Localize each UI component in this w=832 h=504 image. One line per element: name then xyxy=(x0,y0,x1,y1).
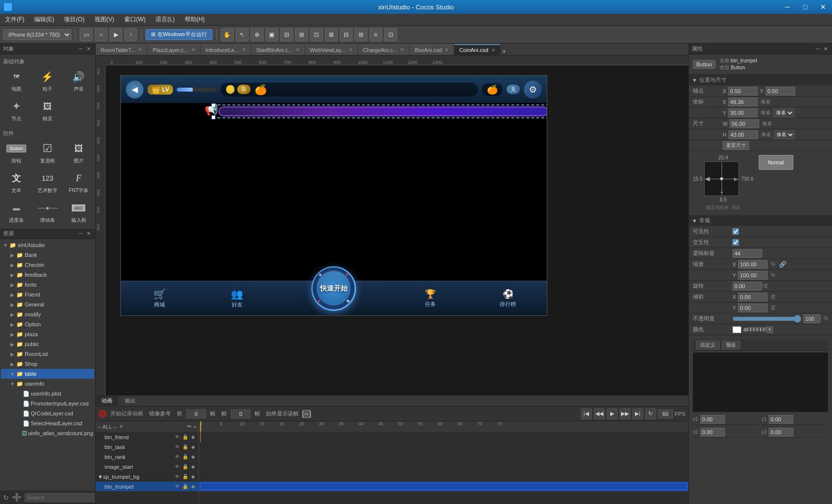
image-control[interactable]: 🖼 图片 xyxy=(64,139,93,166)
lock-icon[interactable]: 🔒 xyxy=(182,463,189,470)
tree-item-xinuistudio[interactable]: ▼ 📁 xinUIstudio xyxy=(1,240,94,250)
tree-item-friend[interactable]: ▶ 📁 Friend xyxy=(1,290,94,300)
keyframe-icon[interactable]: ◆ xyxy=(190,483,197,490)
x1-input[interactable] xyxy=(700,415,725,424)
tab-boxani[interactable]: BoxAni.csd ✕ xyxy=(410,44,454,55)
back-button[interactable]: ◀ xyxy=(126,81,144,99)
align8-button[interactable]: ⊡ xyxy=(384,28,397,41)
align2-button[interactable]: ⊞ xyxy=(295,28,308,41)
align3-button[interactable]: ⊡ xyxy=(310,28,323,41)
checkbox-control[interactable]: ☑ 复选框 xyxy=(33,139,62,166)
skew-x-input[interactable] xyxy=(738,293,768,302)
sprite-object[interactable]: 🖼 精灵 xyxy=(33,97,62,124)
rect-tool-button[interactable]: ▭ xyxy=(80,28,93,41)
play-button[interactable]: ▶ xyxy=(109,28,122,41)
anchor-tool-button[interactable]: ⊕ xyxy=(251,28,263,41)
tree-item-feedback[interactable]: ▶ 📁 feedback xyxy=(1,270,94,280)
x2-input[interactable] xyxy=(700,428,725,437)
anchor-y-input[interactable] xyxy=(766,87,795,96)
size-w-input[interactable] xyxy=(729,119,759,128)
align4-button[interactable]: ⊠ xyxy=(325,28,338,41)
layer-row-sp-trumpet[interactable]: ▼ sp_trumpet_bg 👁 🔒 ◆ xyxy=(96,472,199,482)
take-button[interactable]: 取 xyxy=(237,85,251,94)
menu-file[interactable]: 文件(F) xyxy=(0,14,29,25)
tab-close-icon[interactable]: ✕ xyxy=(491,48,495,53)
pos-unit-selector[interactable]: 像素 xyxy=(774,108,794,117)
opacity-input[interactable] xyxy=(803,314,821,323)
tree-item-plaza[interactable]: ▶ 📁 plaza xyxy=(1,329,94,339)
layer-row-btn-task[interactable]: btn_task 👁 🔒 ◆ xyxy=(96,442,199,452)
scale-x-input[interactable] xyxy=(738,260,768,269)
sound-object[interactable]: 🔊 声音 xyxy=(64,67,93,95)
layer-dropdown-icon[interactable]: ▾ xyxy=(120,423,123,430)
record-indicator[interactable] xyxy=(99,410,106,418)
tab-introducelayer[interactable]: IntroduceLa... ✕ xyxy=(201,44,251,55)
general-section-header[interactable]: ▼ 常规 xyxy=(689,215,832,226)
y2-input[interactable] xyxy=(769,428,793,437)
inputbox-control[interactable]: abc| 输入框 xyxy=(64,198,93,226)
refresh-icon[interactable]: ↻ xyxy=(3,494,9,502)
play-button[interactable]: ▶ xyxy=(607,408,618,419)
add-resource-icon[interactable]: ➕ xyxy=(12,493,22,502)
menu-help[interactable]: 帮助(H) xyxy=(180,14,210,25)
tree-item-general[interactable]: ▶ 📁 General xyxy=(1,300,94,309)
menu-edit[interactable]: 编辑(E) xyxy=(29,14,59,25)
visible-checkbox[interactable] xyxy=(732,228,739,235)
maximize-button[interactable]: □ xyxy=(796,0,814,14)
color-dropdown-icon[interactable]: ▾ xyxy=(766,326,773,333)
layer-row-image-start[interactable]: image_start 👁 🔒 ◆ xyxy=(96,462,199,472)
interactive-checkbox[interactable] xyxy=(732,239,739,246)
eye-icon[interactable]: 👁 xyxy=(174,483,181,490)
tab-close-icon[interactable]: ✕ xyxy=(242,47,246,52)
play-to-end-button[interactable]: ▶| xyxy=(632,408,643,419)
fps-value-input[interactable] xyxy=(658,409,673,418)
panel-close-icon[interactable]: ✕ xyxy=(85,46,92,52)
custom-button[interactable]: 自定义 xyxy=(696,341,720,350)
anchor-x-input[interactable] xyxy=(728,87,758,96)
tab-close-icon[interactable]: ✕ xyxy=(296,47,300,52)
menu-window[interactable]: 窗口(W) xyxy=(119,14,151,25)
tree-item-checkin[interactable]: ▶ 📁 Checkin xyxy=(1,260,94,270)
resource-minimize-icon[interactable]: ─ xyxy=(77,230,84,237)
tab-close-icon[interactable]: ✕ xyxy=(400,47,404,52)
tab-close-icon[interactable]: ✕ xyxy=(349,47,353,52)
tree-item-qrcode[interactable]: 📄 QrCodeLayer.csd xyxy=(1,408,94,418)
rotate-input[interactable] xyxy=(732,282,762,291)
reset-size-button[interactable]: 重置尺寸 xyxy=(723,141,749,150)
close-button[interactable]: ✕ xyxy=(814,0,832,14)
props-minimize-icon[interactable]: ─ xyxy=(814,46,821,52)
task-nav-button[interactable]: 🏆 任务 xyxy=(392,281,469,315)
panel-minimize-icon[interactable]: ─ xyxy=(77,46,84,52)
keyframe-icon[interactable]: ◆ xyxy=(190,454,197,460)
tab-chargeani[interactable]: ChargeAni.c... ✕ xyxy=(358,44,410,55)
eye-icon[interactable]: 👁 xyxy=(174,454,181,460)
keyframe-icon[interactable]: ◆ xyxy=(190,434,197,441)
size-h-input[interactable] xyxy=(728,130,758,139)
after-value-input[interactable] xyxy=(231,409,251,418)
layer-row-btn-trumpet[interactable]: btn_trumpet 👁 🔒 ◆ xyxy=(96,482,199,492)
before-value-input[interactable] xyxy=(186,409,206,418)
keyframe-icon[interactable]: ◆ xyxy=(190,473,197,480)
logic-tag-input[interactable] xyxy=(732,249,762,258)
pos-x-input[interactable] xyxy=(728,98,758,106)
menu-project[interactable]: 项目(O) xyxy=(59,14,89,25)
props-close-icon[interactable]: ✕ xyxy=(822,46,829,52)
settings-button[interactable]: ⚙ xyxy=(524,81,542,99)
eye-icon[interactable]: 👁 xyxy=(174,434,181,441)
lock-icon[interactable]: 🔒 xyxy=(182,444,189,451)
start-button[interactable]: ♠ ♥ ♦ ♣ 快速开始 xyxy=(312,266,356,311)
run-button[interactable]: ⊞ 在Windows平台运行 xyxy=(146,29,212,40)
tab-close-icon[interactable]: ✕ xyxy=(191,47,195,52)
tab-plazzlayer[interactable]: PlazzLayer.c... ✕ xyxy=(148,44,201,55)
animation-tab-output[interactable]: 输出 xyxy=(119,396,142,406)
resource-search-input[interactable] xyxy=(25,493,95,502)
skew-y-input[interactable] xyxy=(738,303,768,312)
tab-close-icon[interactable]: ✕ xyxy=(138,47,142,52)
circle-tool-button[interactable]: ○ xyxy=(95,28,107,41)
resource-close-icon[interactable]: ✕ xyxy=(85,230,92,237)
handle-bl[interactable] xyxy=(211,115,215,119)
menu-language[interactable]: 语言(L) xyxy=(151,14,180,25)
rank-nav-button[interactable]: ⚽ 排行榜 xyxy=(469,281,547,315)
exchange-button[interactable]: 兑 xyxy=(507,85,520,94)
add-layer-icon[interactable]: + xyxy=(194,424,197,430)
